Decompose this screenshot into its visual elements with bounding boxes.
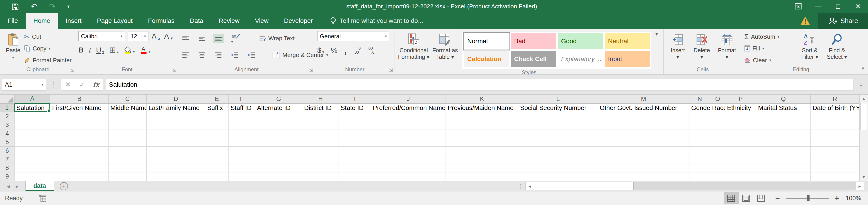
cell-F9[interactable]: [229, 172, 255, 181]
cell-C3[interactable]: [108, 121, 147, 129]
formula-input[interactable]: Salutation: [105, 79, 854, 91]
cell-R6[interactable]: [811, 147, 859, 155]
cell-H6[interactable]: [302, 147, 339, 155]
cell-B3[interactable]: [50, 121, 108, 129]
name-box[interactable]: A1▾: [2, 79, 46, 91]
cell-H9[interactable]: [302, 172, 339, 181]
cell-H8[interactable]: [302, 164, 339, 172]
format-cells-button[interactable]: Format ▾: [715, 31, 740, 60]
cell-M6[interactable]: [598, 147, 689, 155]
select-all-corner[interactable]: [0, 95, 14, 104]
format-as-table-button[interactable]: Format as Table ▾: [430, 31, 460, 60]
orientation-icon[interactable]: ab▾: [230, 31, 242, 45]
cell-N7[interactable]: [689, 155, 710, 164]
cell-E3[interactable]: [205, 121, 229, 129]
cell-style-input[interactable]: Input: [604, 51, 650, 67]
next-sheet-icon[interactable]: ▸: [16, 183, 19, 190]
cell-N4[interactable]: [689, 129, 710, 138]
cell-H7[interactable]: [302, 155, 339, 164]
vertical-scrollbar[interactable]: ▲ ▼: [859, 95, 868, 181]
zoom-in-icon[interactable]: +: [835, 194, 839, 203]
accounting-format-button[interactable]: $▾: [317, 46, 324, 55]
row-header-4[interactable]: 4: [0, 129, 14, 138]
cell-J3[interactable]: [371, 121, 446, 129]
cell-N8[interactable]: [689, 164, 710, 172]
column-header-M[interactable]: M: [598, 95, 689, 104]
cell-A9[interactable]: [14, 172, 50, 181]
cell-F7[interactable]: [229, 155, 255, 164]
top-align-icon[interactable]: [180, 34, 191, 43]
maximize-button[interactable]: □: [828, 0, 848, 13]
cell-Q6[interactable]: [756, 147, 811, 155]
tab-scroll-splitter[interactable]: ⋮: [518, 182, 524, 190]
cell-I7[interactable]: [339, 155, 371, 164]
cell-F5[interactable]: [229, 138, 255, 147]
cell-C1[interactable]: Middle Name: [108, 104, 147, 112]
cell-P1[interactable]: Ethnicity: [725, 104, 756, 112]
row-header-9[interactable]: 9: [0, 172, 14, 181]
row-header-1[interactable]: 1: [0, 104, 14, 112]
row-header-3[interactable]: 3: [0, 121, 14, 129]
cell-L8[interactable]: [518, 164, 598, 172]
cell-P6[interactable]: [725, 147, 756, 155]
cell-B6[interactable]: [50, 147, 108, 155]
cell-A8[interactable]: [14, 164, 50, 172]
column-header-H[interactable]: H: [302, 95, 339, 104]
cell-M5[interactable]: [598, 138, 689, 147]
column-header-N[interactable]: N: [689, 95, 710, 104]
cell-J9[interactable]: [371, 172, 446, 181]
minimize-button[interactable]: —: [808, 0, 828, 13]
cell-style-normal[interactable]: Normal: [464, 33, 509, 49]
cell-G6[interactable]: [255, 147, 302, 155]
close-button[interactable]: ✕: [848, 0, 868, 13]
cell-A5[interactable]: [14, 138, 50, 147]
cell-D1[interactable]: Last/Family Name: [147, 104, 205, 112]
cell-R7[interactable]: [811, 155, 859, 164]
cell-Q9[interactable]: [756, 172, 811, 181]
cell-K9[interactable]: [446, 172, 518, 181]
cell-R2[interactable]: [811, 112, 859, 121]
align-center-icon[interactable]: [197, 51, 207, 59]
column-header-B[interactable]: B: [50, 95, 108, 104]
cell-I2[interactable]: [339, 112, 371, 121]
cell-C9[interactable]: [108, 172, 147, 181]
cell-B9[interactable]: [50, 172, 108, 181]
fill-color-button[interactable]: ▾: [124, 46, 135, 54]
cell-R5[interactable]: [811, 138, 859, 147]
cell-E4[interactable]: [205, 129, 229, 138]
cell-style-good[interactable]: Good: [558, 33, 603, 49]
cell-L9[interactable]: [518, 172, 598, 181]
cell-Q3[interactable]: [756, 121, 811, 129]
save-icon[interactable]: [11, 2, 19, 10]
delete-cells-button[interactable]: Delete ▾: [690, 31, 713, 60]
zoom-out-icon[interactable]: −: [775, 194, 780, 203]
middle-align-icon[interactable]: [197, 34, 207, 43]
cell-L6[interactable]: [518, 147, 598, 155]
cell-M2[interactable]: [598, 112, 689, 121]
italic-button[interactable]: I: [89, 46, 91, 54]
cell-G7[interactable]: [255, 155, 302, 164]
expand-formula-bar-icon[interactable]: ⌄: [856, 79, 866, 91]
find-select-button[interactable]: Find & Select ▾: [823, 31, 851, 60]
cell-B7[interactable]: [50, 155, 108, 164]
cell-Q1[interactable]: Marital Status: [756, 104, 811, 112]
cut-button[interactable]: ✂Cut: [24, 32, 72, 42]
cell-Q7[interactable]: [756, 155, 811, 164]
cell-D8[interactable]: [147, 164, 205, 172]
cell-L7[interactable]: [518, 155, 598, 164]
cell-I8[interactable]: [339, 164, 371, 172]
cell-C4[interactable]: [108, 129, 147, 138]
cell-P8[interactable]: [725, 164, 756, 172]
font-dialog-launcher-icon[interactable]: ⇲: [172, 67, 176, 73]
cell-A6[interactable]: [14, 147, 50, 155]
cell-B1[interactable]: First/Given Name: [50, 104, 108, 112]
redo-icon[interactable]: ↷: [49, 2, 56, 10]
copy-button[interactable]: Copy ▾: [24, 43, 72, 54]
cell-K5[interactable]: [446, 138, 518, 147]
cell-B8[interactable]: [50, 164, 108, 172]
clear-button[interactable]: Clear ▾: [744, 55, 796, 65]
cell-I3[interactable]: [339, 121, 371, 129]
cell-E1[interactable]: Suffix: [205, 104, 229, 112]
cell-N1[interactable]: Gender: [689, 104, 710, 112]
cell-I5[interactable]: [339, 138, 371, 147]
